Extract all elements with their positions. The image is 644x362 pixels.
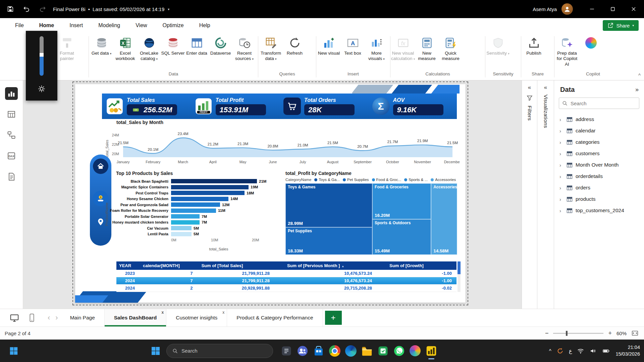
menu-item[interactable]: Help: [192, 18, 218, 33]
taskbar-app[interactable]: [375, 342, 391, 360]
ribbon-button[interactable]: Publish: [522, 36, 546, 56]
bar[interactable]: [171, 179, 257, 183]
bar[interactable]: [171, 214, 200, 219]
bar-row[interactable]: Honey mustard chicken tenders 7M: [99, 220, 289, 226]
bar-row[interactable]: Car Vacuum 5M: [99, 225, 289, 231]
table-row[interactable]: 2023 7 21,799,911.28 10,476,573.24 -1.00: [116, 270, 457, 277]
kpi-card[interactable]: Σ AOV 9.16K: [368, 94, 457, 119]
ribbon-button[interactable]: Transform data▾: [259, 36, 283, 62]
close-tab-icon[interactable]: x: [222, 310, 224, 315]
bar[interactable]: [171, 226, 192, 230]
expand-visualizations-icon[interactable]: «: [544, 84, 547, 90]
ribbon-button[interactable]: Refresh: [283, 36, 307, 56]
bar[interactable]: [171, 220, 200, 225]
data-table-item[interactable]: › categories: [554, 136, 644, 148]
chevron-right-icon[interactable]: ›: [559, 162, 564, 168]
page-tab[interactable]: Cusotmer insights x: [166, 309, 227, 326]
zoom-in-button[interactable]: +: [608, 330, 612, 337]
taskbar-app[interactable]: [359, 342, 375, 360]
legend-item[interactable]: Accessories: [431, 178, 456, 182]
expand-filters-icon[interactable]: «: [528, 84, 531, 90]
start-button[interactable]: [150, 346, 161, 356]
treemap-tile[interactable]: Food & Groceries 16.20M: [372, 183, 431, 219]
clock[interactable]: 21:04 15/03/2026: [615, 344, 640, 357]
ribbon-button[interactable]: Recent sources▾: [232, 36, 256, 62]
search-input[interactable]: [571, 101, 636, 106]
ribbon-button[interactable]: OneLake catalog▾: [137, 36, 161, 62]
collapse-ribbon-button[interactable]: ^: [638, 72, 641, 78]
taskbar-app[interactable]: [423, 342, 439, 360]
bar-row[interactable]: Pest Control Traps 18M: [99, 190, 289, 196]
ribbon-button[interactable]: A Text box: [341, 36, 365, 56]
page-tab[interactable]: Product & Category Performance: [227, 309, 323, 326]
ribbon-button[interactable]: New visual: [317, 36, 341, 56]
filters-pane-title[interactable]: Filters: [527, 106, 533, 121]
bar-row[interactable]: Foam Roller for Muscle Recovery 11M: [99, 208, 289, 214]
data-table-item[interactable]: › Month Over Month: [554, 159, 644, 171]
chevron-right-icon[interactable]: ›: [559, 151, 564, 157]
desktop-view-button[interactable]: [9, 313, 19, 323]
ribbon-button[interactable]: SQL Server: [161, 36, 185, 56]
data-table-item[interactable]: › orders: [554, 182, 644, 193]
zoom-out-button[interactable]: −: [545, 330, 549, 337]
legend-item[interactable]: Toys & Ga...: [314, 178, 340, 182]
bar-row[interactable]: Portable Solar Generator 7M: [99, 214, 289, 220]
data-table-item[interactable]: › products: [554, 193, 644, 205]
chevron-right-icon[interactable]: ›: [559, 139, 564, 145]
data-search-box[interactable]: [559, 98, 639, 109]
data-table-item[interactable]: › customers: [554, 148, 644, 159]
bar[interactable]: [171, 202, 220, 207]
ribbon-button[interactable]: fx New visual calculation▾: [391, 36, 415, 62]
ribbon-button[interactable]: Dataverse: [209, 36, 232, 56]
ribbon-button[interactable]: Get data▾: [90, 36, 113, 56]
bar-row[interactable]: Pear and Gorgonzola Salad 12M: [99, 202, 289, 208]
table-scrollbar[interactable]: [458, 261, 461, 292]
legend-item[interactable]: Food & Groc...: [372, 178, 401, 182]
bar[interactable]: [171, 208, 216, 213]
legend-item[interactable]: Sports & ...: [404, 178, 428, 182]
data-table-item[interactable]: › address: [554, 114, 644, 125]
column-header[interactable]: Sum of [Growth]: [387, 263, 457, 268]
treemap-tile[interactable]: Sports & Outdoors 15.49M: [372, 219, 431, 255]
bar-row[interactable]: Magnetic Spice Containers 19M: [99, 184, 289, 190]
legend-item[interactable]: Pet Supplies: [343, 178, 369, 182]
treemap-tile[interactable]: Accessories 14.58M: [431, 183, 457, 255]
taskbar-app[interactable]: [311, 342, 327, 360]
ribbon-button[interactable]: [579, 36, 603, 51]
bar-row[interactable]: Honey Sesame Chicken 14M: [99, 196, 289, 202]
column-header[interactable]: YEAR: [116, 263, 140, 268]
chevron-right-icon[interactable]: ›: [559, 196, 564, 202]
view-rail-item[interactable]: DAX: [5, 149, 18, 162]
collapse-data-pane-icon[interactable]: »: [635, 86, 639, 93]
treemap-visual[interactable]: total_Profit by CategoryName CategoryNam…: [285, 171, 457, 259]
chevron-right-icon[interactable]: ›: [559, 185, 564, 191]
ribbon-button[interactable]: X Excel workbook: [113, 36, 137, 62]
previous-page-arrow[interactable]: ‹: [45, 313, 53, 322]
add-page-button[interactable]: +: [325, 311, 342, 325]
taskbar-app[interactable]: [407, 342, 423, 360]
zoom-slider[interactable]: [553, 333, 603, 334]
report-page[interactable]: Total Sales $ 256.52M PROFIT Tota: [75, 84, 466, 303]
undo-icon[interactable]: [23, 5, 30, 13]
chevron-right-icon[interactable]: ›: [559, 117, 564, 122]
data-table-item[interactable]: › top_customers_2024: [554, 205, 644, 216]
table-row[interactable]: 2024 2 20,928,991.88 20,715,208.28 -0.02: [116, 285, 457, 292]
taskbar-app[interactable]: [294, 342, 311, 360]
page-tab[interactable]: Main Page: [61, 309, 105, 326]
table-row[interactable]: 2024 7 21,799,911.28 10,476,573.24 -1.00: [116, 277, 457, 285]
report-canvas[interactable]: Total Sales $ 256.52M PROFIT Tota: [23, 80, 522, 309]
minimize-button[interactable]: [582, 0, 602, 18]
bar-row[interactable]: Lentil Pasta 5M: [99, 231, 289, 237]
ribbon-button[interactable]: Format painter: [55, 36, 79, 62]
widgets-icon[interactable]: [9, 346, 19, 356]
chevron-right-icon[interactable]: ›: [559, 174, 564, 179]
volume-icon[interactable]: [589, 347, 597, 355]
language-indicator[interactable]: ع: [569, 348, 572, 354]
chevron-right-icon[interactable]: ›: [559, 208, 564, 214]
bar[interactable]: [171, 191, 245, 195]
column-header[interactable]: Sum of [Pervious Month ]▲: [284, 263, 387, 268]
taskbar-search[interactable]: Search: [166, 344, 273, 358]
view-rail-item[interactable]: [5, 87, 18, 100]
taskbar-app[interactable]: [327, 342, 343, 360]
kpi-strip[interactable]: Total Sales $ 256.52M PROFIT Tota: [102, 94, 457, 119]
